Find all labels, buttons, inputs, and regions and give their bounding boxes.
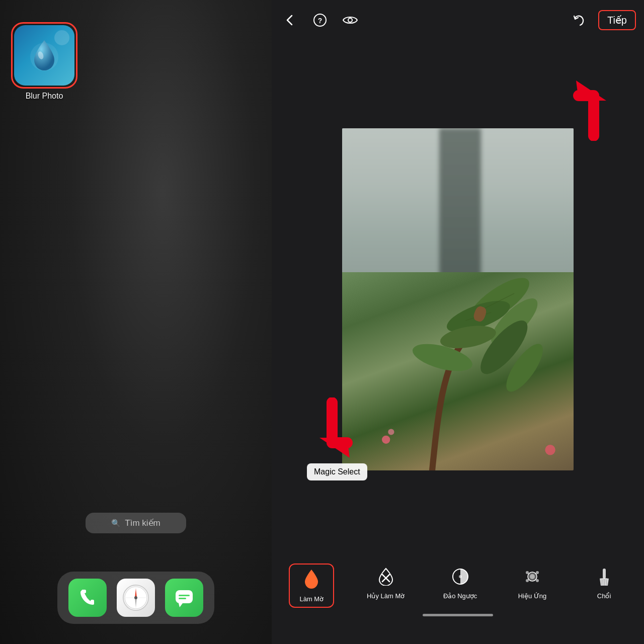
blur-drop-icon (303, 569, 320, 589)
photo-content (342, 128, 574, 470)
eye-button[interactable] (340, 10, 360, 30)
huy-lam-mo-label: Hủy Làm Mờ (367, 592, 405, 600)
search-bar[interactable]: 🔍 Tìm kiếm (86, 513, 186, 533)
drop-icon (303, 569, 320, 592)
safari-compass (123, 585, 149, 611)
dao-nguoc-label: Đảo Ngược (443, 592, 477, 600)
svg-rect-12 (179, 598, 186, 599)
choi-label: Chổi (597, 592, 611, 600)
dock-phone-icon[interactable] (68, 579, 107, 617)
right-panel: ? Tiếp (272, 0, 644, 644)
dock-safari-icon[interactable] (117, 579, 155, 617)
dock-messages-icon[interactable] (165, 579, 203, 617)
toolbar-items: Làm Mờ Hủy Làm Mờ (272, 564, 644, 608)
app-icon-container: Blur Photo (11, 22, 77, 101)
arrow-up-right (553, 70, 614, 141)
lam-mo-label: Làm Mờ (299, 595, 324, 603)
eye-icon (343, 15, 358, 26)
app-dock (57, 572, 214, 624)
photo-frame[interactable] (342, 128, 574, 470)
messages-svg (174, 587, 195, 608)
toolbar-choi[interactable]: Chổi (582, 564, 627, 604)
svg-marker-29 (576, 80, 606, 101)
back-button[interactable] (280, 10, 300, 30)
toolbar-dao-nguoc[interactable]: Đảo Ngược (437, 564, 483, 604)
top-bar-right: Tiếp (568, 10, 636, 30)
svg-point-37 (526, 571, 529, 574)
svg-rect-41 (603, 569, 606, 579)
svg-point-38 (536, 571, 539, 574)
svg-point-26 (388, 429, 394, 435)
droplet-icon (29, 38, 59, 73)
toolbar-huy-lam-mo[interactable]: Hủy Làm Mờ (361, 564, 411, 604)
app-name-label: Blur Photo (26, 92, 63, 101)
arrow-down-left (312, 397, 372, 468)
arrow-up-svg (553, 70, 614, 141)
svg-point-34 (459, 575, 462, 578)
svg-point-36 (530, 574, 535, 579)
top-bar: ? Tiếp (272, 0, 644, 40)
magic-select-tooltip: Magic Select (307, 463, 367, 480)
svg-rect-9 (176, 590, 193, 603)
reverse-icon (451, 568, 469, 589)
reverse-svg (451, 568, 469, 586)
brush-svg (596, 568, 613, 586)
left-panel: Blur Photo 🔍 Tìm kiếm (0, 0, 272, 644)
magic-select-label: Magic Select (314, 467, 360, 476)
home-indicator (423, 614, 493, 616)
svg-point-25 (382, 436, 390, 444)
help-icon: ? (313, 13, 327, 27)
back-icon (283, 13, 297, 27)
blur-photo-app-icon[interactable] (14, 25, 74, 86)
brush-icon (596, 568, 613, 589)
undo-button[interactable] (568, 10, 588, 30)
phone-svg (77, 588, 98, 608)
svg-point-27 (545, 445, 555, 455)
next-button[interactable]: Tiếp (598, 10, 636, 30)
compass-svg (124, 586, 148, 610)
svg-marker-10 (179, 603, 183, 607)
toolbar-hieu-ung[interactable]: Hiệu Ứng (510, 564, 555, 604)
leaves-svg (342, 265, 574, 470)
undo-icon (571, 13, 585, 27)
search-label: Tìm kiếm (125, 518, 160, 528)
cancel-blur-icon (377, 568, 394, 589)
toolbar-lam-mo[interactable]: Làm Mờ (289, 564, 334, 608)
top-bar-left: ? (280, 10, 360, 30)
svg-point-15 (348, 18, 352, 22)
cancel-blur-svg (377, 568, 394, 586)
search-icon: 🔍 (111, 519, 121, 528)
svg-point-8 (134, 596, 137, 599)
app-icon-selected-border (11, 22, 77, 89)
bottom-toolbar: Làm Mờ Hủy Làm Mờ (272, 558, 644, 644)
svg-rect-11 (179, 595, 190, 596)
svg-text:?: ? (318, 17, 323, 25)
svg-point-39 (526, 579, 529, 582)
effects-svg (523, 568, 541, 586)
help-button[interactable]: ? (310, 10, 330, 30)
svg-point-40 (536, 579, 539, 582)
photo-area: Magic Select (272, 40, 644, 558)
hieu-ung-label: Hiệu Ứng (518, 592, 547, 600)
effects-icon (523, 568, 541, 589)
svg-marker-30 (319, 438, 350, 458)
arrow-down-svg (312, 397, 372, 468)
